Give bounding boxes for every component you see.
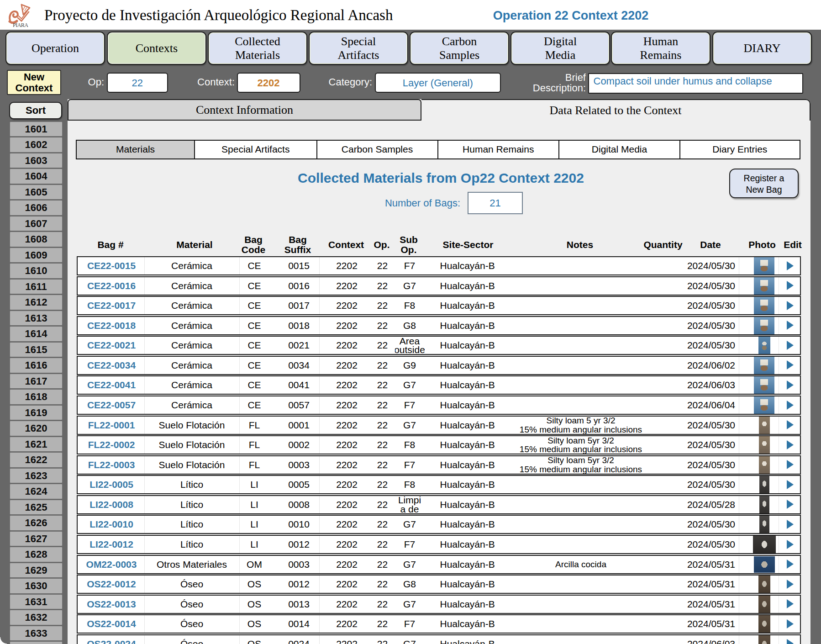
svg-text:PIARA: PIARA	[13, 22, 28, 28]
